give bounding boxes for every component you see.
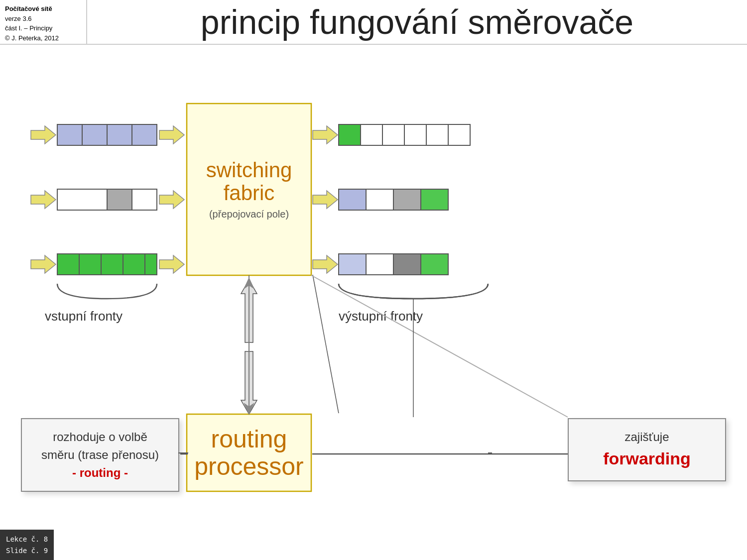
iq3-cell2 bbox=[79, 254, 101, 275]
arrow-mid-3 bbox=[159, 255, 184, 273]
arrow-mid-2 bbox=[159, 191, 184, 209]
switching-fabric-sub: (přepojovací pole) bbox=[209, 209, 289, 220]
switching-fabric-text1: switching bbox=[206, 159, 292, 182]
iq2-cell2 bbox=[107, 189, 132, 210]
iq2-cell3 bbox=[132, 189, 157, 210]
routing-processor-label: routing processor bbox=[187, 414, 311, 491]
svg-marker-4 bbox=[244, 403, 254, 414]
vstupni-label: vstupní fronty bbox=[45, 309, 123, 324]
oq2-cell1 bbox=[339, 189, 366, 210]
oq3-cell3 bbox=[393, 254, 421, 275]
page-title: princip fungování směrovače bbox=[201, 2, 633, 41]
copyright: © J. Peterka, 2012 bbox=[5, 34, 59, 42]
iq3-cell5 bbox=[145, 254, 157, 275]
svg-marker-3 bbox=[244, 278, 254, 289]
routing-processor-box bbox=[187, 414, 311, 491]
routing-note-line2: směru (trase přenosu) bbox=[41, 448, 159, 461]
routing-processor-text1: routing bbox=[211, 426, 287, 453]
iq3-cell3 bbox=[101, 254, 123, 275]
arrow-out-1 bbox=[313, 126, 338, 144]
routing-processor-text2: processor bbox=[194, 453, 304, 480]
iq2-cell1 bbox=[57, 189, 107, 210]
brace-output bbox=[339, 284, 488, 299]
arrow-out-3 bbox=[313, 255, 338, 273]
oq1-cell2 bbox=[361, 124, 382, 145]
header-right: princip fungování směrovače bbox=[87, 0, 747, 44]
arrow-mid-1 bbox=[159, 126, 184, 144]
oq3-cell4 bbox=[421, 254, 448, 275]
routing-note-line3: - routing - bbox=[72, 466, 128, 479]
arrow-in-3 bbox=[31, 255, 56, 273]
switching-fabric-label: switching fabric (přepojovací pole) bbox=[187, 104, 311, 275]
oq1-cell4 bbox=[404, 124, 426, 145]
arrow-in-2 bbox=[31, 191, 56, 209]
iq1-cell3 bbox=[107, 124, 132, 145]
header-left: Počítačové sítě verze 3.6 část I. – Prin… bbox=[0, 0, 87, 44]
iq3-cell4 bbox=[123, 254, 145, 275]
oq2-cell2 bbox=[366, 189, 393, 210]
footer-line2: Slide č. 9 bbox=[6, 545, 48, 556]
oq1-cell6 bbox=[448, 124, 470, 145]
iq1-cell2 bbox=[82, 124, 107, 145]
main-content: switching fabric (přepojovací pole) rout… bbox=[0, 45, 747, 543]
arrow-out-2 bbox=[313, 191, 338, 209]
footer: Lekce č. 8 Slide č. 9 bbox=[0, 530, 54, 560]
oq1-cell5 bbox=[426, 124, 448, 145]
oq1-cell1 bbox=[339, 124, 361, 145]
vystupni-label: výstupní fronty bbox=[339, 309, 423, 324]
brace-input bbox=[57, 284, 157, 299]
bidirectional-arrow-down bbox=[241, 351, 257, 414]
course-title: Počítačové sítě bbox=[5, 5, 52, 12]
arrow-in-1 bbox=[31, 126, 56, 144]
forwarding-line2: forwarding bbox=[603, 449, 691, 468]
brace-out2 bbox=[339, 284, 488, 299]
oq3-cell1 bbox=[339, 254, 366, 275]
routing-note: rozhoduje o volbě směru (trase přenosu) … bbox=[21, 418, 179, 492]
iq1-cell4 bbox=[132, 124, 157, 145]
svg-line-1 bbox=[311, 275, 568, 417]
part: část I. – Principy bbox=[5, 24, 52, 32]
forwarding-line1: zajišťuje bbox=[624, 430, 669, 444]
oq1-cell3 bbox=[382, 124, 404, 145]
routing-note-line1: rozhoduje o volbě bbox=[53, 430, 147, 444]
header: Počítačové sítě verze 3.6 část I. – Prin… bbox=[0, 0, 747, 45]
oq2-cell3 bbox=[393, 189, 421, 210]
switching-fabric-text2: fabric bbox=[224, 182, 275, 205]
forwarding-note: zajišťuje forwarding bbox=[568, 418, 726, 481]
oq3-cell2 bbox=[366, 254, 393, 275]
switching-fabric-box bbox=[187, 104, 311, 275]
bidirectional-arrow bbox=[241, 280, 257, 342]
note-to-processor-arrow bbox=[178, 438, 189, 468]
diag-line-1 bbox=[313, 275, 339, 413]
version: verze 3.6 bbox=[5, 15, 31, 22]
iq1-cell1 bbox=[57, 124, 82, 145]
iq3-cell1 bbox=[57, 254, 79, 275]
oq2-cell4 bbox=[421, 189, 448, 210]
footer-line1: Lekce č. 8 bbox=[6, 534, 48, 545]
